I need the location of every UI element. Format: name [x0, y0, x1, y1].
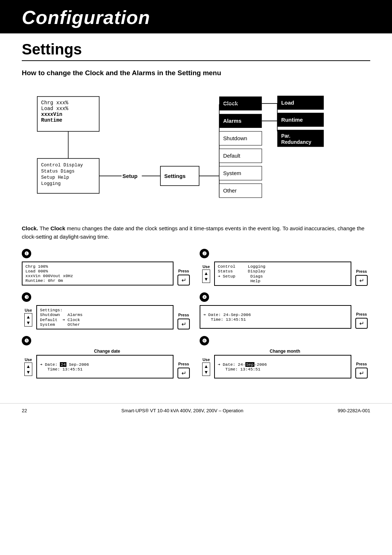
footer-center-text: Smart-UPS® VT 10-40 kVA 400V, 208V, 200V…: [121, 408, 243, 413]
step-2-press-label: Press: [356, 269, 367, 274]
step-6-arrow-down[interactable]: ▼: [204, 369, 209, 375]
step-1-line4: Runtime: 0hr 0m: [25, 278, 170, 283]
steps-row-2: ❸ Use ▲ ▼ Settings: Shutdown Alarms Defa…: [22, 292, 370, 329]
step-3-screen: Settings: Shutdown Alarms Default ➔ Cloc…: [36, 305, 173, 329]
step-4-press-label: Press: [356, 312, 367, 316]
svg-text:Alarms: Alarms: [223, 118, 242, 124]
steps-grid: ❶ Chrg 100% Load 000% xxxVin 000Vout x0H…: [22, 249, 370, 385]
step-6-enter-btn[interactable]: ↵: [355, 368, 368, 378]
page-footer: 22 Smart-UPS® VT 10-40 kVA 400V, 208V, 2…: [0, 403, 392, 418]
svg-text:Par.: Par.: [281, 133, 290, 139]
step-5-highlight: 24: [60, 362, 66, 367]
step-6-arrows[interactable]: ▲ ▼: [202, 362, 211, 376]
page-title: Configuration: [22, 7, 370, 28]
step-4-line2: Time: 13:45:51: [203, 317, 348, 322]
step-2-number: ❷: [200, 249, 209, 258]
svg-text:Other: Other: [223, 187, 237, 194]
step-2-use-col: Use ▲ ▼: [200, 262, 213, 286]
step-5-use-col: Use ▲ ▼: [22, 355, 35, 378]
step-3-line3: Default ➔ Clock: [40, 317, 170, 322]
step-5-number: ❺: [22, 336, 31, 345]
step-5-press-col: Press ↵: [175, 355, 192, 378]
step-5-screen: ➔ Date: 24 Sep-2006 Time: 13:45:51: [36, 355, 173, 378]
step-2-press-col: Press ↵: [353, 262, 370, 286]
step-6-press-col: Press ↵: [353, 355, 370, 378]
svg-text:Chrg xxx%: Chrg xxx%: [41, 100, 69, 106]
step-3: ❸ Use ▲ ▼ Settings: Shutdown Alarms Defa…: [22, 292, 200, 329]
step-2-arrows[interactable]: ▲ ▼: [202, 270, 211, 283]
svg-text:Setup    Help: Setup Help: [41, 175, 69, 180]
step-5-press-label: Press: [178, 362, 189, 366]
step-3-press-label: Press: [178, 313, 189, 317]
step-4-line1: ➔ Date: 24-Sep-2006: [203, 312, 348, 317]
step-4-enter-btn[interactable]: ↵: [355, 318, 368, 329]
section-divider: [22, 60, 370, 61]
step-3-number: ❸: [22, 292, 31, 302]
step-1-line2: Load 000%: [25, 269, 170, 274]
steps-row-1: ❶ Chrg 100% Load 000% xxxVin 000Vout x0H…: [22, 249, 370, 286]
step-3-arrow-down[interactable]: ▼: [26, 320, 31, 326]
step-6-press-label: Press: [356, 362, 367, 366]
step-6-number: ❻: [200, 336, 209, 345]
step-2-enter-btn[interactable]: ↵: [355, 275, 368, 286]
svg-text:Settings: Settings: [164, 173, 186, 179]
diagram-area: Chrg xxx% Load xxx% xxxxVin Runtime Cont…: [22, 84, 370, 218]
step-3-line4: System Other: [40, 322, 170, 327]
step-5-line2: Time: 13:45:51: [40, 367, 170, 372]
footer-right-text: 990-2282A-001: [338, 408, 370, 413]
step-6-highlight: Sep: [245, 362, 254, 367]
step-1-line3: xxxVin 000Vout x0Hz: [25, 274, 170, 278]
steps-row-3: ❺ Change date Use ▲ ▼ ➔ Date: 24 Sep-200…: [22, 336, 370, 378]
svg-text:Control  Display: Control Display: [41, 162, 83, 168]
step-1-line1: Chrg 100%: [25, 264, 170, 269]
step-4: ❹ ➔ Date: 24-Sep-2006 Time: 13:45:51 Pre…: [200, 292, 370, 329]
step-6: ❻ Change month Use ▲ ▼ ➔ Date: 24-Sep-20…: [200, 336, 370, 378]
step-2-arrow-down[interactable]: ▼: [204, 276, 209, 282]
svg-text:xxxxVin: xxxxVin: [41, 112, 62, 117]
step-6-line1: ➔ Date: 24-Sep-2006: [218, 362, 348, 367]
step-3-press-col: Press ↵: [175, 305, 192, 329]
svg-text:Setup: Setup: [122, 173, 137, 179]
diagram-svg: Chrg xxx% Load xxx% xxxxVin Runtime Cont…: [22, 84, 370, 218]
step-3-arrows[interactable]: ▲ ▼: [24, 313, 33, 327]
step-5-enter-btn[interactable]: ↵: [177, 368, 190, 378]
step-5-arrow-down[interactable]: ▼: [26, 369, 31, 375]
section-title: Settings: [22, 41, 370, 58]
step-2-line1: Control Logging: [218, 264, 348, 269]
subsection-title: How to change the Clock and the Alarms i…: [22, 69, 370, 77]
step-4-screen: ➔ Date: 24-Sep-2006 Time: 13:45:51: [200, 305, 351, 329]
step-5-arrows[interactable]: ▲ ▼: [24, 362, 33, 376]
step-3-arrow-up[interactable]: ▲: [26, 314, 31, 320]
step-2-use-label: Use: [203, 264, 210, 269]
description-text: Clock. The Clock menu changes the date a…: [22, 224, 370, 241]
step-3-line2: Shutdown Alarms: [40, 312, 170, 317]
svg-text:System: System: [223, 170, 241, 176]
step-5: ❺ Change date Use ▲ ▼ ➔ Date: 24 Sep-200…: [22, 336, 200, 378]
step-1-press-label: Press: [178, 269, 189, 273]
step-2-arrow-up[interactable]: ▲: [204, 271, 209, 276]
footer-page-number: 22: [22, 408, 27, 413]
svg-text:Load xxx%: Load xxx%: [41, 106, 69, 112]
step-6-use-col: Use ▲ ▼: [200, 355, 213, 378]
svg-text:Load: Load: [281, 100, 294, 106]
step-3-enter-btn[interactable]: ↵: [177, 319, 190, 329]
step-6-arrow-up[interactable]: ▲: [204, 364, 209, 369]
svg-text:Shutdown: Shutdown: [223, 135, 247, 141]
step-6-use-label: Use: [203, 357, 210, 362]
desc-bold-clock2: Clock: [50, 225, 65, 231]
step-2-line4: Help: [218, 279, 348, 283]
step-1-press-col: Press ↵: [175, 262, 192, 285]
step-1: ❶ Chrg 100% Load 000% xxxVin 000Vout x0H…: [22, 249, 200, 286]
step-1-number: ❶: [22, 249, 31, 258]
step-5-use-label: Use: [25, 357, 32, 362]
step-5-arrow-up[interactable]: ▲: [26, 364, 31, 369]
step-6-line2: Time: 13:45:51: [218, 367, 348, 372]
step-3-use-col: Use ▲ ▼: [22, 305, 35, 329]
step-3-line1: Settings:: [40, 308, 170, 312]
svg-text:Redundancy: Redundancy: [281, 139, 311, 145]
step-2: ❷ Use ▲ ▼ Control Logging Status Display: [200, 249, 370, 286]
step-6-change-label: Change month: [200, 349, 370, 354]
step-2-line2: Status Display: [218, 269, 348, 274]
step-1-enter-btn[interactable]: ↵: [177, 275, 190, 285]
step-4-number: ❹: [200, 292, 209, 302]
